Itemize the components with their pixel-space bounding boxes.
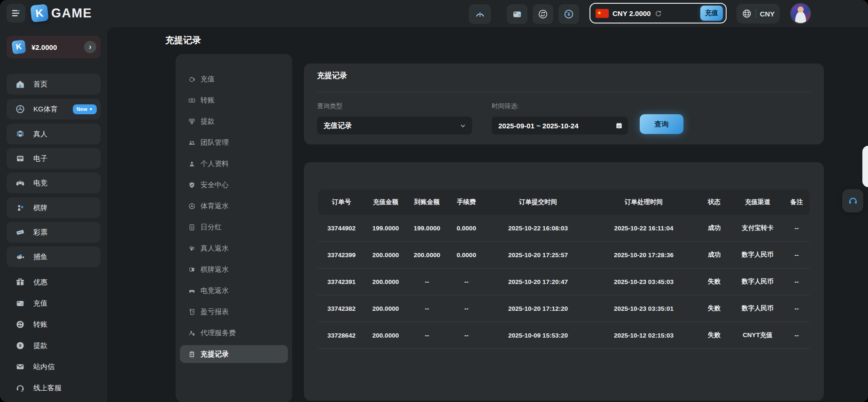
col-deposit-amount: 充值金额: [365, 198, 406, 206]
submenu-item-esports-rebate[interactable]: 电竞返水: [180, 282, 288, 300]
piggy-bank-icon: [188, 75, 196, 83]
date-range-input[interactable]: 2025-09-01 ~ 2025-10-24: [492, 117, 628, 134]
soccer-icon: [15, 104, 25, 114]
wallet-expand-button[interactable]: ›: [84, 41, 96, 53]
customer-service-button[interactable]: [842, 189, 863, 213]
sidebar-item-deposit[interactable]: 充值: [7, 294, 101, 313]
wallet-balance-card[interactable]: K ¥2.0000 ›: [7, 36, 101, 58]
filter-card-title: 充提记录: [317, 71, 347, 81]
table-row: 33728642200.0000----2025-10-09 15:53:202…: [318, 322, 810, 349]
query-type-select[interactable]: 充值记录: [317, 117, 472, 134]
gauge-button[interactable]: [469, 4, 491, 24]
sidebar-item-chess-poker[interactable]: ♣ 棋牌: [7, 197, 101, 218]
svg-text:¥: ¥: [19, 343, 22, 348]
sidebar-item-home[interactable]: 首页: [7, 74, 101, 95]
submenu-item-security[interactable]: 安全中心: [180, 176, 288, 194]
submenu-item-transfer[interactable]: 转账: [180, 91, 288, 109]
page-title: 充提记录: [165, 34, 201, 47]
status-badge: 成功: [697, 251, 732, 259]
main-content: 充提记录 充值 转账 提款 团队管理 个人资料: [107, 27, 868, 402]
table-row: 33742382200.0000----2025-10-20 17:12:202…: [318, 295, 810, 322]
calendar-icon: [615, 121, 623, 130]
col-received-amount: 到账金额: [406, 198, 448, 206]
divider: [317, 92, 811, 92]
status-badge: 失败: [697, 331, 732, 339]
gift-icon: [15, 277, 25, 287]
menu-toggle-button[interactable]: [7, 4, 25, 23]
deposit-button[interactable]: 充值: [700, 6, 723, 21]
chess-pawn-icon: ♣: [15, 203, 25, 213]
date-range-value: 2025-09-01 ~ 2025-10-24: [498, 122, 579, 130]
logo-k-tile: K: [30, 4, 49, 23]
sidebar-item-transfer[interactable]: 转账: [7, 315, 101, 334]
shield-check-icon: [188, 181, 196, 189]
submenu-item-agent-fee[interactable]: 代理服务费: [180, 324, 288, 342]
globe-icon: [742, 8, 752, 19]
sidebar-item-kg-sports[interactable]: KG体育 New ✦: [7, 99, 101, 119]
balance-selector[interactable]: ★ CNY 2.0000 充值: [589, 3, 727, 24]
gamepad-icon: [15, 178, 25, 188]
casino-cards-icon: [15, 129, 25, 139]
sync-icon: [537, 8, 549, 20]
mail-icon: [15, 362, 25, 372]
svg-text:¥: ¥: [567, 12, 570, 17]
hamburger-icon: [11, 8, 21, 18]
transfer-icon: [15, 319, 25, 330]
sidebar-item-withdraw[interactable]: ¥ 提款: [7, 336, 101, 355]
records-table-card: 订单号 充值金额 到账金额 手续费 订单提交时间 订单处理时间 状态 充值渠道 …: [304, 162, 824, 401]
col-submit-time: 订单提交时间: [485, 198, 591, 206]
submenu-item-deposit[interactable]: 充值: [180, 70, 288, 88]
agent-icon: [188, 329, 196, 337]
exchange-button[interactable]: ¥: [558, 4, 579, 24]
svg-text:777: 777: [19, 157, 22, 159]
side-panel-handle[interactable]: [862, 146, 868, 187]
sidebar-item-promotions[interactable]: 优惠: [7, 273, 101, 292]
sidebar-item-live-casino[interactable]: 真人: [7, 124, 101, 144]
sync-button[interactable]: [533, 4, 553, 24]
sidebar-item-online-support[interactable]: 线上客服: [7, 378, 101, 397]
query-type-label: 查询类型: [317, 102, 342, 110]
sidebar-item-messages[interactable]: 站内信: [7, 357, 101, 376]
new-badge: New ✦: [73, 104, 97, 114]
status-badge: 失败: [697, 277, 732, 286]
col-order-id: 订单号: [318, 198, 365, 206]
status-badge: 成功: [697, 224, 732, 232]
gamepad-small-icon: [188, 287, 196, 295]
locale-code: CNY: [760, 10, 775, 18]
sidebar-item-esports[interactable]: 电竞: [7, 173, 101, 193]
submenu-item-team[interactable]: 团队管理: [180, 134, 288, 151]
user-icon: [188, 160, 196, 168]
user-avatar[interactable]: [790, 3, 811, 24]
brand-logo[interactable]: K GAME: [31, 5, 92, 22]
submenu-item-withdraw[interactable]: 提款: [180, 112, 288, 130]
report-scroll-icon: [188, 308, 196, 316]
submenu-item-daily-dividend[interactable]: 日分红: [180, 218, 288, 236]
gauge-icon: [474, 8, 486, 20]
sidebar-item-fishing[interactable]: 捕鱼: [7, 246, 101, 267]
submenu-item-live-rebate[interactable]: 真人返水: [180, 239, 288, 257]
refresh-balance-icon[interactable]: [654, 9, 662, 17]
deposit-wallet-icon: [15, 298, 25, 308]
table-row: 33744902199.0000199.00000.00002025-10-22…: [318, 215, 810, 242]
submenu-item-transaction-records[interactable]: 充提记录: [180, 345, 288, 363]
sidebar-item-lottery[interactable]: 彩票: [7, 222, 101, 243]
submenu-item-poker-rebate[interactable]: 棋牌返水: [180, 260, 288, 278]
wallet-button[interactable]: [507, 4, 527, 24]
topbar: K GAME ¥ ★ CNY 2.0000: [0, 0, 868, 27]
clipboard-icon: [188, 350, 196, 358]
filter-card: 充提记录 查询类型 时间筛选: 充值记录 2025-09-01 ~ 2025-1…: [304, 63, 824, 144]
wallet-balance: ¥2.0000: [31, 43, 57, 51]
language-currency-selector[interactable]: CNY: [736, 4, 780, 24]
wallet-icon: [512, 8, 523, 20]
team-icon: [188, 139, 196, 147]
playing-cards-icon: [188, 266, 196, 274]
soccer-ball-icon: [188, 202, 196, 210]
submenu-item-pnl-report[interactable]: 盈亏报表: [180, 303, 288, 321]
submenu-item-sports-rebate[interactable]: 体育返水: [180, 197, 288, 215]
submenu-item-profile[interactable]: 个人资料: [180, 155, 288, 173]
atm-icon: [188, 118, 196, 126]
sidebar-item-slots[interactable]: 777 电子: [7, 148, 101, 169]
search-button[interactable]: 查询: [640, 114, 683, 134]
slot-machine-icon: 777: [15, 153, 25, 164]
sidebar: K ¥2.0000 › 首页 KG体育 New ✦ 真人 777 电子 电竞 ♣…: [0, 27, 107, 402]
